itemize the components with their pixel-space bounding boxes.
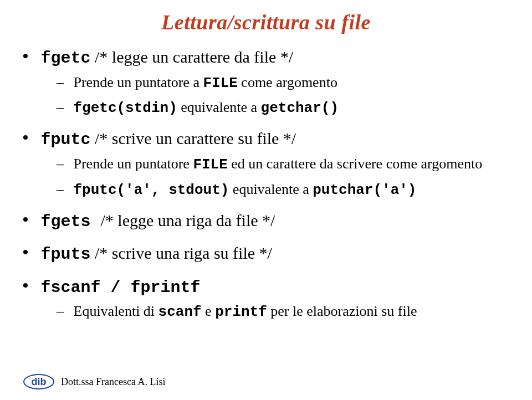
bullet-item: fgetc /* legge un carattere da file */ P… bbox=[22, 44, 510, 118]
slide-title: Lettura/scrittura su file bbox=[22, 10, 510, 34]
text-span: come argomento bbox=[238, 74, 337, 90]
sub-item: fgetc(stdin) equivalente a getchar() bbox=[57, 98, 510, 118]
code-span: fscanf / fprintf bbox=[41, 278, 201, 297]
sub-item: Equivalenti di scanf e printf per le ela… bbox=[57, 302, 510, 322]
sub-list: Prende un puntatore a FILE come argoment… bbox=[57, 73, 510, 119]
text-span: equivalente a bbox=[229, 181, 313, 197]
logo-text: dib bbox=[32, 376, 47, 387]
code-span: scanf bbox=[158, 304, 202, 320]
footer: dib Dott.ssa Francesca A. Lisi bbox=[22, 373, 165, 390]
code-span: putchar('a') bbox=[313, 182, 416, 198]
text-span: Prende un puntatore a bbox=[74, 74, 203, 90]
text-span: Equivalenti di bbox=[74, 303, 158, 319]
text-span: /* scrive una riga su file */ bbox=[91, 244, 272, 262]
code-span: fgetc bbox=[41, 49, 91, 68]
text-span: /* legge una riga da file */ bbox=[101, 211, 275, 229]
text-span: equivalente a bbox=[177, 99, 261, 115]
code-span: fputc('a', stdout) bbox=[74, 182, 229, 198]
logo-icon: dib bbox=[22, 373, 55, 390]
text-span: per le elaborazioni su file bbox=[267, 303, 417, 319]
code-span: printf bbox=[215, 304, 267, 320]
code-span: fputs bbox=[41, 245, 91, 264]
text-span: ed un carattere da scrivere come argomen… bbox=[228, 156, 482, 172]
sub-list: Prende un puntatore FILE ed un carattere… bbox=[57, 155, 510, 200]
author-text: Dott.ssa Francesca A. Lisi bbox=[61, 376, 165, 388]
text-span: e bbox=[202, 303, 216, 319]
bullet-item: fputc /* scrive un carattere su file */ … bbox=[22, 126, 510, 199]
sub-item: Prende un puntatore FILE ed un carattere… bbox=[57, 155, 510, 175]
code-span: fgets bbox=[41, 212, 101, 231]
sub-list: Equivalenti di scanf e printf per le ela… bbox=[57, 302, 510, 322]
code-span: getchar() bbox=[261, 100, 339, 116]
bullet-item: fgets /* legge una riga da file */ bbox=[22, 208, 510, 233]
sub-item: Prende un puntatore a FILE come argoment… bbox=[57, 73, 510, 93]
code-span: fputc bbox=[41, 130, 91, 149]
bullet-list: fgetc /* legge un carattere da file */ P… bbox=[22, 44, 510, 322]
code-span: FILE bbox=[193, 156, 227, 173]
text-span: /* scrive un carattere su file */ bbox=[91, 129, 296, 147]
slide: Lettura/scrittura su file fgetc /* legge… bbox=[0, 0, 532, 400]
text-span: /* legge un carattere da file */ bbox=[91, 48, 294, 66]
code-span: fgetc(stdin) bbox=[74, 100, 177, 116]
sub-item: fputc('a', stdout) equivalente a putchar… bbox=[57, 180, 510, 200]
code-span: FILE bbox=[203, 75, 237, 91]
text-span: Prende un puntatore bbox=[74, 156, 193, 172]
bullet-item: fscanf / fprintf Equivalenti di scanf e … bbox=[22, 274, 510, 322]
bullet-item: fputs /* scrive una riga su file */ bbox=[22, 240, 510, 266]
